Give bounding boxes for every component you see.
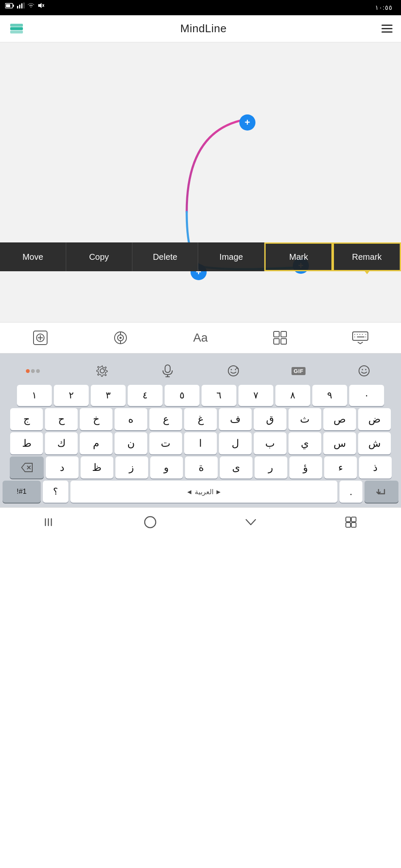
hamburger-menu[interactable]: [381, 25, 393, 33]
dot-orange: [26, 369, 30, 373]
key-5[interactable]: ٥: [165, 385, 199, 406]
keyboard-gif-btn[interactable]: GIF: [288, 362, 310, 380]
svg-rect-12: [10, 31, 23, 33]
key-ghain[interactable]: غ: [184, 408, 217, 430]
mic-icon: [162, 364, 173, 377]
key-dal[interactable]: د: [46, 456, 79, 479]
key-ha2[interactable]: ه: [115, 408, 147, 430]
nav-back[interactable]: [0, 508, 100, 536]
app-logo[interactable]: [8, 19, 25, 38]
mute-icon: [37, 3, 44, 8]
key-sad[interactable]: ص: [323, 408, 356, 430]
key-fa[interactable]: ف: [219, 408, 252, 430]
key-sheen[interactable]: ش: [358, 432, 391, 454]
arabic-row-2: ط ك م ن ت ا ل ب ي س ش: [3, 432, 398, 454]
svg-rect-2: [6, 4, 10, 7]
key-tha[interactable]: ث: [289, 408, 321, 430]
context-move[interactable]: Move: [0, 242, 66, 271]
key-waw-hamza[interactable]: ؤ: [289, 456, 322, 479]
keyboard-dots[interactable]: [26, 369, 48, 373]
toolbar-layout[interactable]: [268, 327, 292, 348]
bottom-nav: [0, 507, 401, 536]
key-4[interactable]: ٤: [128, 385, 163, 406]
key-symbols[interactable]: !#1: [3, 481, 41, 503]
svg-rect-26: [353, 332, 368, 340]
nav-grid[interactable]: [301, 508, 401, 536]
nav-recents[interactable]: [201, 508, 301, 536]
key-ta[interactable]: ت: [149, 432, 182, 454]
key-ain[interactable]: ع: [149, 408, 182, 430]
key-noon[interactable]: ن: [115, 432, 147, 454]
context-remark[interactable]: Remark: [333, 242, 401, 271]
context-menu: Move Copy Delete Image Mark Remark: [0, 242, 401, 271]
key-kha[interactable]: خ: [80, 408, 112, 430]
key-zain[interactable]: ز: [115, 456, 148, 479]
key-zal[interactable]: ذ: [359, 456, 392, 479]
context-mark[interactable]: Mark: [264, 242, 333, 271]
key-lam[interactable]: ل: [219, 432, 252, 454]
key-kaf[interactable]: ك: [45, 432, 78, 454]
context-delete[interactable]: Delete: [132, 242, 199, 271]
arabic-row-3: د ظ ز و ة ى ر ؤ ء ذ: [3, 456, 398, 479]
key-3[interactable]: ٣: [91, 385, 126, 406]
key-qaf[interactable]: ق: [254, 408, 286, 430]
key-ya[interactable]: ي: [289, 432, 321, 454]
svg-rect-53: [351, 517, 356, 522]
key-alef[interactable]: ا: [184, 432, 217, 454]
grid-icon: [345, 516, 357, 528]
nav-home[interactable]: [100, 508, 200, 536]
battery-icon: [5, 3, 14, 8]
mindmap-svg: [0, 42, 401, 322]
key-jeem[interactable]: ج: [10, 408, 43, 430]
key-7[interactable]: ٧: [238, 385, 273, 406]
key-alef-maq[interactable]: ى: [220, 456, 252, 479]
toolbar-font[interactable]: Aa: [188, 328, 213, 348]
toolbar-add-node[interactable]: [28, 327, 53, 349]
key-zha[interactable]: ظ: [81, 456, 113, 479]
key-ta2[interactable]: ط: [10, 432, 43, 454]
remark-caret: [364, 270, 370, 274]
key-ha[interactable]: ح: [45, 408, 78, 430]
key-enter[interactable]: [365, 481, 398, 503]
key-6[interactable]: ٦: [202, 385, 236, 406]
svg-point-41: [235, 369, 236, 370]
key-meem[interactable]: م: [80, 432, 112, 454]
keyboard-settings-btn[interactable]: [91, 362, 113, 380]
plus-button-top[interactable]: +: [239, 114, 255, 131]
key-waw[interactable]: و: [150, 456, 183, 479]
key-9[interactable]: ٩: [312, 385, 347, 406]
svg-rect-36: [165, 365, 170, 373]
key-dad[interactable]: ض: [358, 408, 391, 430]
key-period[interactable]: .: [339, 481, 362, 503]
keyboard-emoji-btn[interactable]: [353, 362, 375, 380]
key-backspace[interactable]: [10, 456, 44, 479]
status-icons: [5, 3, 44, 8]
svg-rect-5: [21, 3, 22, 8]
key-1[interactable]: ١: [17, 385, 52, 406]
svg-point-39: [228, 366, 238, 376]
key-ba[interactable]: ب: [254, 432, 286, 454]
toolbar-keyboard[interactable]: [347, 328, 373, 348]
key-2[interactable]: ٢: [54, 385, 89, 406]
key-8[interactable]: ٨: [275, 385, 310, 406]
keyboard-sticker-btn[interactable]: [222, 362, 244, 380]
backspace-icon: [21, 463, 33, 472]
key-seen[interactable]: س: [323, 432, 356, 454]
context-image[interactable]: Image: [198, 242, 264, 271]
signal-icon: [17, 3, 25, 8]
toolbar-add-child[interactable]: [108, 327, 133, 349]
keyboard-mic-btn[interactable]: [157, 362, 179, 380]
key-0[interactable]: ٠: [349, 385, 384, 406]
enter-icon: [376, 487, 387, 496]
context-copy[interactable]: Copy: [66, 242, 132, 271]
key-ta-marb[interactable]: ة: [185, 456, 218, 479]
top-nav: MindLine: [0, 15, 401, 42]
key-space[interactable]: ◄ العربية ►: [70, 481, 337, 503]
svg-point-40: [230, 369, 232, 370]
gear-icon: [96, 365, 108, 377]
key-ra[interactable]: ر: [255, 456, 287, 479]
keyboard-area: GIF ١ ٢ ٣ ٤ ٥ ٦ ٧ ٨ ٩ ٠ ج ح خ ه ع غ ف: [0, 353, 401, 507]
key-hamza[interactable]: ء: [324, 456, 357, 479]
svg-rect-24: [274, 339, 279, 344]
key-question[interactable]: ؟: [43, 481, 68, 503]
